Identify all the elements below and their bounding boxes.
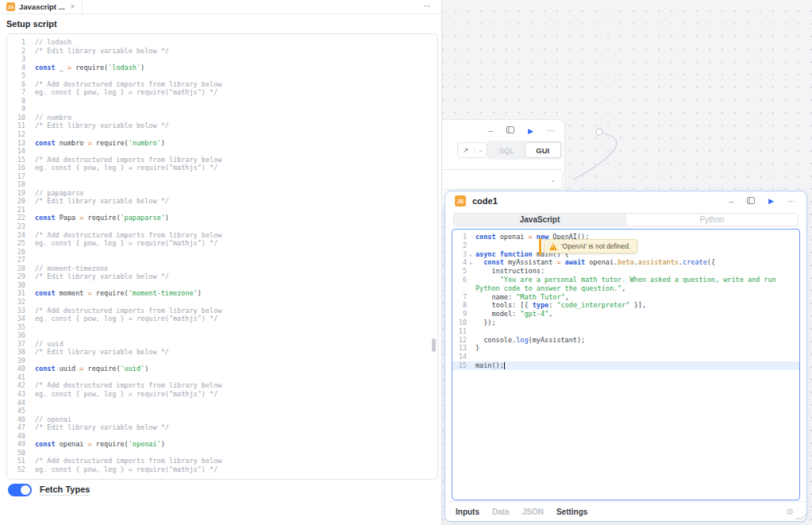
code1-editor[interactable]: 1const openai = new OpenAI();2 3⌄async f… <box>452 229 800 500</box>
code-line-content <box>31 97 437 106</box>
warning-icon <box>549 243 557 250</box>
external-link-icon[interactable]: ↗ <box>458 146 475 154</box>
line-number: 4⌄ <box>452 258 471 267</box>
code-line-content: /* Edit library variable below */ <box>31 122 437 130</box>
expand-panel-icon[interactable] <box>747 197 755 206</box>
code-line-content: }); <box>471 318 799 327</box>
code-line-content: console.log(myAssistant); <box>471 336 799 345</box>
code-line: 29/* Edit library variable below */ <box>7 272 437 281</box>
code1-panel[interactable]: JS code1 – ▶ ⋯ JavaScript Python 1const … <box>444 191 807 522</box>
minimize-icon[interactable]: – <box>489 126 494 135</box>
code-line-content: const _ = require('lodash') <box>31 64 437 72</box>
line-number: 44 <box>7 399 31 407</box>
line-number: 2 <box>7 47 31 56</box>
tab-overflow-icon[interactable]: ⋯ <box>423 2 432 10</box>
code-line: 22const Papa = require('papaparse') <box>7 214 437 222</box>
code-line-content <box>31 357 437 365</box>
resize-handle[interactable] <box>795 513 808 519</box>
line-number: 12 <box>452 336 471 345</box>
chevron-down-icon[interactable]: ⌄ <box>475 147 487 153</box>
code-line-content: eg. const { pow, log } = require("mathjs… <box>31 239 437 248</box>
code-line: 42/* Add destructured imports from libra… <box>7 381 437 390</box>
code1-header[interactable]: JS code1 – ▶ ⋯ <box>445 191 806 210</box>
footer-tab-data[interactable]: Data <box>492 508 510 516</box>
line-number: 45 <box>7 407 31 415</box>
code-line-content: eg. const { pow, log } = require("mathjs… <box>31 390 437 399</box>
code-line: 10 }); <box>452 318 799 327</box>
code-line: 48 <box>7 432 437 441</box>
run-icon[interactable]: ▶ <box>528 127 533 135</box>
code-line-content: // papaparse <box>31 189 437 198</box>
line-number: 39 <box>7 357 31 365</box>
footer-tab-json[interactable]: JSON <box>522 508 544 516</box>
code-line: 3 <box>7 55 437 64</box>
line-number: 15 <box>7 156 31 164</box>
code-line-content: /* Add destructured imports from library… <box>31 80 437 89</box>
tooltip-text: 'OpenAI' is not defined. <box>561 242 630 250</box>
line-number: 16 <box>7 164 31 172</box>
line-number: 3 <box>7 55 31 64</box>
code-area[interactable]: 1// lodash2/* Edit library variable belo… <box>7 34 437 473</box>
code-line: 11/* Edit library variable below */ <box>7 122 437 130</box>
code-line: 27 <box>7 256 437 264</box>
js-icon: JS <box>455 195 466 207</box>
code-line-content: /* Edit library variable below */ <box>31 197 437 206</box>
line-number: 10 <box>452 318 471 327</box>
tab-javascript[interactable]: JavaScript <box>454 214 625 226</box>
expand-panel-icon[interactable] <box>506 126 514 135</box>
code-line-content: eg. const { pow, log } = require("mathjs… <box>31 315 437 323</box>
fold-chevron-icon[interactable]: ⌄ <box>469 250 472 259</box>
close-icon[interactable]: × <box>71 2 75 11</box>
code-line-content <box>31 222 437 231</box>
footer-tab-inputs[interactable]: Inputs <box>456 508 479 516</box>
js-icon: JS <box>6 2 15 11</box>
gear-icon[interactable]: ⚙ <box>786 507 794 517</box>
line-number: 25 <box>7 239 31 248</box>
tab-javascript[interactable]: JS Javascript ... × <box>0 0 83 14</box>
code-line-content: model: "gpt-4", <box>471 310 799 318</box>
code-line-content: /* Add destructured imports from library… <box>31 381 437 390</box>
line-number: 1 <box>452 233 471 241</box>
code-line-content: /* Add destructured imports from library… <box>31 307 437 315</box>
line-number: 9 <box>7 105 31 114</box>
fold-chevron-icon[interactable]: ⌄ <box>469 258 472 267</box>
footer-tab-settings[interactable]: Settings <box>556 508 587 516</box>
fetch-types-toggle[interactable] <box>8 484 32 496</box>
minimize-icon[interactable]: – <box>729 197 734 206</box>
code-line-content <box>31 399 437 407</box>
line-number: 27 <box>7 256 31 264</box>
code-line: 7 name: "Math Tutor", <box>452 293 799 302</box>
scrollbar-thumb[interactable] <box>432 338 436 352</box>
code-line: 28// moment-timezone <box>7 264 437 273</box>
run-icon[interactable]: ▶ <box>768 197 774 205</box>
more-icon[interactable]: ⋯ <box>787 197 795 206</box>
code-line-content: const openai = require('openai') <box>31 440 437 449</box>
more-icon[interactable]: ⋯ <box>547 126 555 135</box>
line-number: 12 <box>7 130 31 139</box>
code-line-content <box>31 323 437 332</box>
code-line-content: /* Add destructured imports from library… <box>31 156 437 164</box>
code-line-content <box>31 256 437 264</box>
line-number: 14 <box>7 147 31 156</box>
sql-mode-button[interactable]: SQL <box>489 142 525 158</box>
code-line: 9 <box>7 105 437 114</box>
code-line: 40const uuid = require('uuid') <box>7 365 437 373</box>
line-number: 5 <box>7 71 31 80</box>
code-line-content <box>31 71 437 80</box>
code-line-content <box>31 281 437 290</box>
code-line: 32 <box>7 298 437 307</box>
tab-python[interactable]: Python <box>625 214 798 226</box>
code-line-content: const numbro = require('numbro') <box>31 139 437 148</box>
code-line: 14 <box>452 353 799 361</box>
line-number: 5 <box>452 267 471 276</box>
code-line: 41 <box>7 373 437 382</box>
code-line-content <box>31 432 437 441</box>
open-editor-button[interactable]: ↗ ⌄ <box>457 142 487 158</box>
line-number: 3⌄ <box>452 250 471 259</box>
code-line: 5 <box>7 71 437 80</box>
code-line-content <box>471 353 799 361</box>
line-number: 49 <box>7 440 31 449</box>
line-number: 26 <box>7 248 31 257</box>
gui-mode-button[interactable]: GUI <box>525 142 562 158</box>
setup-script-editor[interactable]: 1// lodash2/* Edit library variable belo… <box>6 33 438 480</box>
